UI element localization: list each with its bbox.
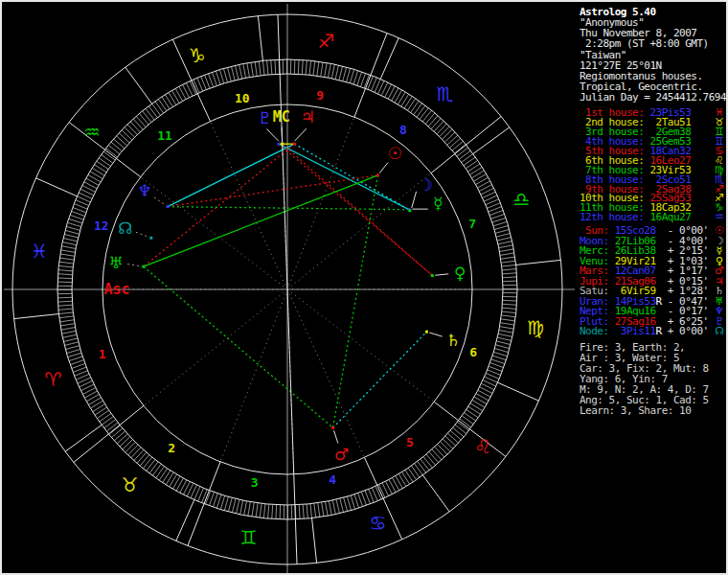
mars-marker-dot — [331, 426, 334, 429]
degree-tick — [123, 440, 133, 449]
sun-pointer-line — [379, 163, 388, 173]
degree-tick — [500, 327, 514, 330]
mc-glyph-icon: MC — [273, 108, 290, 126]
degree-tick — [212, 72, 216, 85]
degree-tick — [444, 132, 455, 142]
mercury-glyph-icon: ☿ — [433, 194, 443, 213]
degree-tick — [104, 420, 116, 428]
degree-tick — [398, 474, 406, 487]
degree-tick — [499, 245, 513, 248]
saturn-marker-dot — [425, 331, 428, 334]
degree-tick — [492, 356, 506, 360]
degree-tick — [252, 502, 254, 517]
degree-tick — [72, 363, 85, 368]
degree-tick — [155, 102, 164, 113]
degree-tick — [365, 491, 370, 504]
degree-tick — [466, 409, 478, 417]
house-cusp-line — [74, 405, 144, 462]
degree-tick — [88, 398, 101, 405]
degree-tick — [435, 447, 444, 457]
degree-tick — [307, 504, 307, 518]
degree-tick — [175, 88, 182, 101]
degree-tick — [470, 167, 483, 174]
house-number-3: 3 — [251, 475, 259, 490]
degree-tick — [239, 64, 242, 79]
degree-tick — [495, 345, 509, 349]
degree-tick — [146, 108, 154, 120]
degree-tick — [58, 312, 73, 314]
degree-tick — [70, 360, 83, 365]
house-number-1: 1 — [99, 347, 106, 361]
degree-tick — [63, 338, 78, 341]
degree-tick — [61, 250, 76, 253]
house-number-6: 6 — [469, 345, 477, 359]
degree-tick — [361, 492, 366, 505]
degree-tick — [97, 161, 108, 169]
degree-tick — [490, 363, 504, 368]
degree-tick — [95, 407, 107, 415]
degree-tick — [466, 160, 477, 168]
degree-tick — [209, 493, 214, 506]
degree-tick — [494, 225, 508, 229]
degree-tick — [497, 337, 512, 340]
degree-tick — [298, 59, 299, 74]
degree-tick — [422, 110, 431, 122]
degree-tick — [62, 242, 77, 245]
zodiac-6-icon: ♎ — [512, 188, 530, 211]
degree-tick — [267, 60, 268, 75]
degree-tick — [148, 106, 157, 118]
degree-tick — [158, 99, 166, 110]
degree-tick — [172, 476, 179, 489]
degree-tick — [69, 218, 82, 223]
degree-tick — [163, 471, 171, 483]
chart-wheel: 123456789101112♈♉♊♋♌♍♎♏♐♑♒♓☉☽☿♀♂♃♄♅♆♇☊MC… — [2, 2, 577, 575]
degree-tick — [93, 404, 105, 412]
degree-tick — [418, 461, 426, 472]
sign-boundary-line — [36, 178, 78, 196]
degree-tick — [445, 436, 456, 446]
house-cusp-spoke — [287, 173, 431, 289]
degree-tick — [306, 60, 307, 75]
degree-tick — [434, 121, 444, 131]
house-cusp-list: 1st house: 23Pis53♓ 2nd house: 2Tau51♉ 3… — [580, 108, 691, 222]
degree-tick — [395, 90, 401, 103]
astrolog-window: 123456789101112♈♉♊♋♌♍♎♏♐♑♒♓☉☽☿♀♂♃♄♅♆♇☊MC… — [0, 0, 728, 575]
house-cusp-spoke — [144, 289, 287, 405]
house-cusp-spoke — [287, 289, 364, 457]
neptune-marker-dot — [166, 205, 169, 208]
degree-tick — [205, 75, 210, 88]
degree-tick — [335, 65, 338, 80]
degree-tick — [92, 168, 104, 175]
degree-tick — [340, 498, 344, 513]
degree-tick — [59, 258, 74, 260]
degree-tick — [303, 504, 304, 518]
degree-tick — [58, 265, 73, 267]
degree-tick — [240, 500, 243, 515]
degree-tick — [501, 315, 515, 317]
degree-tick — [450, 138, 461, 148]
degree-tick — [59, 262, 74, 264]
degree-tick — [353, 71, 358, 84]
degree-tick — [455, 425, 466, 433]
zodiac-0-icon: ♈ — [45, 368, 62, 391]
degree-tick — [417, 105, 425, 117]
sun-glyph-icon: ☉ — [388, 144, 402, 163]
degree-tick — [425, 113, 435, 125]
degree-tick — [165, 95, 172, 107]
degree-tick — [470, 403, 483, 411]
degree-tick — [73, 367, 86, 372]
house-number-2: 2 — [168, 441, 175, 455]
sign-boundary-line — [14, 314, 59, 319]
jupiter-pointer-line — [295, 128, 307, 141]
degree-tick — [347, 496, 351, 510]
house-number-12: 12 — [94, 218, 109, 233]
degree-tick — [136, 116, 146, 126]
planet-row: Node: 3Pis11R + 0°00'☊ — [580, 327, 709, 337]
degree-tick — [130, 122, 140, 132]
degree-tick — [216, 71, 220, 84]
degree-tick — [102, 417, 113, 426]
ic-axis-line — [287, 289, 297, 564]
degree-tick — [415, 464, 423, 475]
degree-tick — [468, 406, 481, 414]
degree-tick — [361, 73, 366, 86]
